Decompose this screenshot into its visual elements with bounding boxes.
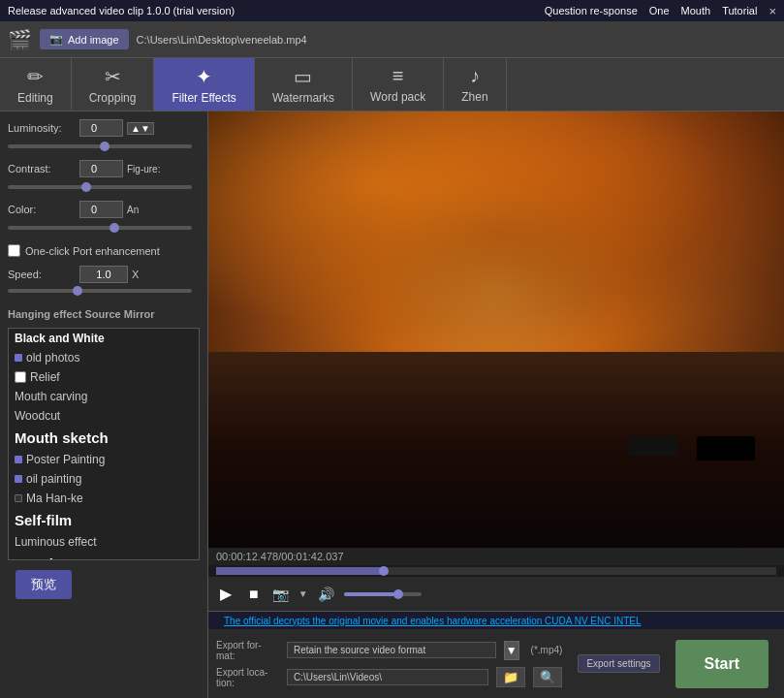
video-clouds xyxy=(208,111,784,352)
one-click-row: One-click Port enhancement xyxy=(8,244,200,257)
bottom-bar: The official decrypts the original movie… xyxy=(0,611,784,698)
top-bar-right: Question re-sponse One Mouth Tutorial × xyxy=(545,4,776,18)
export-settings-button[interactable]: Export settings xyxy=(578,654,659,673)
luminosity-spinner[interactable]: ▲▼ xyxy=(127,122,154,135)
play-button[interactable]: ▶ xyxy=(216,583,235,605)
start-button[interactable]: Start xyxy=(675,640,768,688)
contrast-row: Contrast: Fig-ure: xyxy=(8,160,200,177)
poster-painting-dot xyxy=(15,456,22,463)
luminous-label: Luminous effect xyxy=(15,535,97,549)
color-slider-thumb[interactable] xyxy=(110,223,119,233)
camera-icon: 📷 xyxy=(49,33,63,46)
speed-row: Speed: X xyxy=(8,266,200,283)
self-film-label: Self-film xyxy=(15,512,72,528)
search-button[interactable]: 🔍 xyxy=(533,667,562,687)
car-silhouette-1 xyxy=(697,436,755,460)
tab-word-pack[interactable]: ≡ Word pack xyxy=(353,58,444,111)
color-slider[interactable] xyxy=(8,226,192,230)
tab-watermarks[interactable]: ▭ Watermarks xyxy=(255,58,353,111)
export-format-row: Export for-mat: ▼ (*.mp4) xyxy=(216,640,562,661)
speed-slider[interactable] xyxy=(8,289,192,293)
contrast-slider[interactable] xyxy=(8,185,192,189)
progress-bar[interactable] xyxy=(216,567,776,575)
effect-item-old-photos[interactable]: old photos xyxy=(9,348,199,367)
folder-button[interactable]: 📁 xyxy=(496,667,525,687)
cropping-icon: ✂ xyxy=(105,65,121,88)
contrast-slider-thumb[interactable] xyxy=(81,182,91,192)
stop-button[interactable]: ■ xyxy=(245,584,263,605)
oil-painting-label: oil painting xyxy=(26,472,81,486)
export-format-dropdown[interactable]: ▼ xyxy=(504,641,519,660)
volume-thumb[interactable] xyxy=(393,589,403,599)
filter-icon: ✦ xyxy=(196,65,212,88)
timecode: 00:00:12.478/00:01:42.037 xyxy=(208,548,784,565)
one-click-checkbox[interactable] xyxy=(8,244,20,257)
progress-fill xyxy=(216,567,384,575)
close-button[interactable]: × xyxy=(768,4,776,18)
luminosity-input[interactable] xyxy=(79,119,123,137)
tab-zhen[interactable]: ♪ Zhen xyxy=(444,58,506,111)
figure-label: Fig-ure: xyxy=(127,164,160,174)
tutorial-label: Tutorial xyxy=(722,5,757,16)
effect-item-poster-painting[interactable]: Poster Painting xyxy=(9,450,199,469)
effect-item-luminous[interactable]: Luminous effect xyxy=(9,532,199,552)
section-title: Hanging effect Source Mirror xyxy=(8,308,200,320)
effect-item-mouth-carving[interactable]: Mouth carving xyxy=(9,387,199,406)
effect-item-mouth[interactable]: Mouth xyxy=(9,552,199,560)
camera-button[interactable]: 📷 xyxy=(272,587,289,602)
contrast-input[interactable] xyxy=(79,160,123,177)
mouth-sketch-label: Mouth sketch xyxy=(15,429,109,446)
luminosity-slider[interactable] xyxy=(8,144,192,148)
export-actions: Export settings Start xyxy=(570,629,784,698)
effect-item-relief[interactable]: Relief xyxy=(9,367,199,387)
export-format-ext: (*.mp4) xyxy=(531,645,563,655)
progress-thumb[interactable] xyxy=(379,566,389,576)
main-content: Luminosity: ▲▼ Contrast: Fig-ure: Color:… xyxy=(0,111,784,611)
editing-icon: ✏ xyxy=(27,65,44,88)
relief-checkbox[interactable] xyxy=(15,371,26,383)
export-format-label: Export for-mat: xyxy=(216,640,279,661)
export-row: Export for-mat: ▼ (*.mp4) Export loca-ti… xyxy=(208,629,784,698)
tab-filter-effects[interactable]: ✦ Filter Effects xyxy=(154,58,254,111)
mouth-label: Mouth xyxy=(681,5,711,16)
app-title: Release advanced video clip 1.0.0 (trial… xyxy=(8,5,235,16)
luminosity-slider-container xyxy=(8,144,200,148)
export-fields: Export for-mat: ▼ (*.mp4) Export loca-ti… xyxy=(208,629,570,698)
car-silhouette-2 xyxy=(629,436,677,456)
an-label: An xyxy=(127,205,139,215)
effect-item-black-white[interactable]: Black and White xyxy=(9,329,199,348)
export-location-input[interactable] xyxy=(287,669,488,685)
black-white-label: Black and White xyxy=(15,332,105,345)
tab-cropping[interactable]: ✂ Cropping xyxy=(72,58,155,111)
speed-slider-thumb[interactable] xyxy=(73,286,82,296)
effect-item-woodcut[interactable]: Woodcut xyxy=(9,406,199,426)
export-location-label: Export loca-tion: xyxy=(216,667,279,688)
effect-item-mouth-sketch[interactable]: Mouth sketch xyxy=(9,426,199,450)
volume-slider[interactable] xyxy=(344,592,422,596)
poster-painting-label: Poster Painting xyxy=(26,453,105,466)
effect-item-ma-han-ke[interactable]: Ma Han-ke xyxy=(9,489,199,508)
color-input[interactable] xyxy=(79,201,123,218)
top-bar: Release advanced video clip 1.0.0 (trial… xyxy=(0,0,784,21)
effect-item-oil-painting[interactable]: oil painting xyxy=(9,469,199,489)
effects-list[interactable]: Black and White old photos Relief Mouth … xyxy=(8,328,200,560)
add-image-button[interactable]: 📷 Add image xyxy=(40,29,129,49)
info-bar: The official decrypts the original movie… xyxy=(208,612,784,629)
luminosity-slider-thumb[interactable] xyxy=(100,142,110,151)
tab-editing[interactable]: ✏ Editing xyxy=(0,58,72,111)
effect-item-self-film[interactable]: Self-film xyxy=(9,508,199,532)
export-format-input[interactable] xyxy=(287,642,496,658)
camera-dropdown[interactable]: ▼ xyxy=(298,588,308,599)
export-location-row: Export loca-tion: 📁 🔍 xyxy=(216,667,562,688)
speed-input[interactable] xyxy=(79,266,128,283)
watermarks-icon: ▭ xyxy=(294,65,312,88)
luminosity-row: Luminosity: ▲▼ xyxy=(8,119,200,137)
zhen-icon: ♪ xyxy=(470,65,480,87)
bottom-left xyxy=(0,611,208,698)
volume-icon: 🔊 xyxy=(318,587,334,602)
contrast-label: Contrast: xyxy=(8,163,76,174)
speed-x-label: X xyxy=(132,269,139,280)
one-click-label: One-click Port enhancement xyxy=(25,245,160,257)
ma-han-ke-dot xyxy=(15,494,22,502)
preview-button[interactable]: 预览 xyxy=(16,570,72,599)
